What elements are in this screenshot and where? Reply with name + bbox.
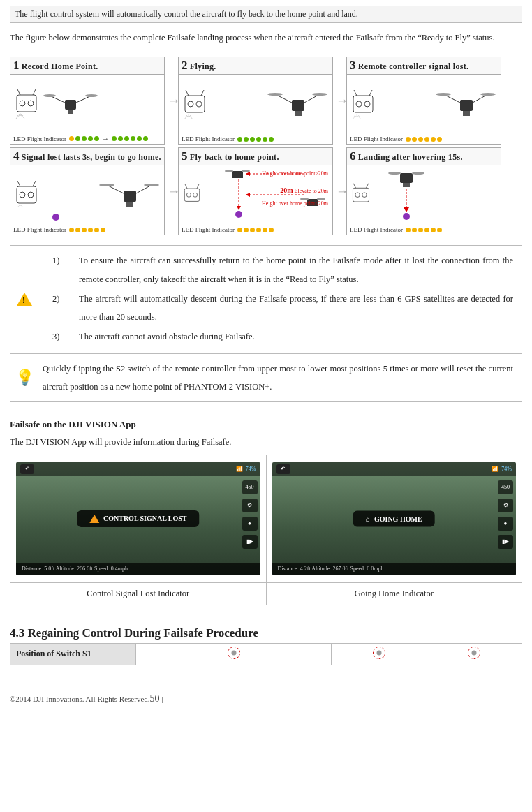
svg-line-2 (33, 89, 36, 95)
svg-point-3 (20, 101, 25, 106)
svg-point-66 (355, 193, 360, 198)
back-icon: ↶ (276, 464, 290, 474)
iso-display: 450 (498, 480, 513, 494)
drone-landing-diagram (382, 169, 438, 222)
svg-line-65 (366, 183, 368, 188)
svg-marker-61 (246, 193, 250, 197)
svg-point-4 (28, 101, 34, 106)
svg-line-13 (201, 90, 204, 96)
step-5: 5Fly back to home point. Height over hom… (178, 147, 333, 235)
svg-point-20 (312, 93, 327, 96)
switch-position-icon (228, 647, 240, 659)
svg-rect-68 (400, 173, 413, 183)
intro-paragraph: The figure below demonstrates the comple… (10, 29, 522, 47)
step-1-title: Record Home Point. (22, 61, 98, 71)
flow-arrow-icon: → (336, 94, 343, 108)
drone-icon (43, 90, 98, 118)
svg-point-36 (20, 192, 25, 198)
svg-point-62 (235, 211, 242, 218)
led-label: LED Flight Indicator (350, 226, 403, 233)
drone-icon (265, 87, 328, 122)
svg-point-70 (412, 172, 424, 175)
status-bar: Distance: 5.0ft Altitude: 266.6ft Speed:… (16, 563, 260, 575)
svg-point-26 (364, 101, 370, 107)
step-2-title: Flying. (190, 61, 216, 71)
step-4-title: Signal lost lasts 3s, begin to go home. (22, 152, 161, 162)
svg-rect-16 (292, 100, 304, 111)
svg-point-37 (28, 192, 34, 198)
iso-display: 450 (242, 480, 258, 494)
svg-point-51 (225, 170, 233, 172)
svg-point-41 (99, 184, 114, 186)
tip-icon: 💡 (10, 354, 38, 402)
svg-marker-59 (237, 206, 241, 210)
svg-rect-21 (295, 111, 302, 116)
svg-rect-27 (460, 100, 473, 111)
svg-point-42 (144, 184, 159, 186)
s1-label: Position of Switch S1 (10, 643, 136, 665)
svg-point-14 (188, 101, 193, 107)
subheading-failsafe-app: Failsafe on the DJI VISION App (10, 419, 522, 430)
failsafe-steps-grid: 1Record Home Point. LED Flight Indicator… (10, 57, 522, 235)
warning-icon (10, 246, 38, 353)
switch-position-icon (373, 647, 385, 659)
remote-icon (15, 88, 38, 120)
record-icon: ● (242, 517, 258, 531)
step-6: 6Landing after hovering 15s. LED Flight … (346, 147, 501, 235)
step-3-title: Remote controller signal lost. (358, 61, 469, 71)
warning-item: To ensure the aircraft can successfully … (43, 251, 513, 288)
caption-signal-lost: Control Signal Lost Indicator (10, 582, 267, 605)
step-3: 3Remote controller signal lost. LED Flig… (346, 57, 501, 145)
svg-line-24 (369, 90, 372, 96)
settings-icon: ⚙ (498, 499, 513, 512)
led-label: LED Flight Indicator (182, 226, 235, 233)
svg-point-69 (388, 172, 401, 175)
warning-item: The aircraft will automatically descent … (43, 290, 513, 327)
svg-line-34 (17, 181, 20, 186)
svg-point-49 (193, 193, 198, 197)
svg-point-19 (267, 93, 283, 96)
svg-point-15 (196, 101, 202, 107)
warning-item: The aircraft cannot avoid obstacle durin… (43, 327, 513, 346)
page-footer: ©2014 DJI Innovations. All Rights Reserv… (10, 693, 522, 704)
svg-rect-71 (403, 183, 410, 187)
flow-arrow-icon: → (168, 94, 175, 108)
step-4: 4Signal lost lasts 3s, begin to go home.… (10, 147, 165, 235)
app-screenshots-table: ↶ 📶74% 450 ⚙ ● ▮▶ CONTROL SIGNAL LOST Di… (10, 455, 522, 605)
remote-icon (15, 179, 38, 212)
svg-rect-50 (232, 171, 243, 178)
svg-line-35 (33, 181, 36, 186)
svg-point-44 (52, 214, 59, 221)
wifi-icon: 📶 (492, 466, 498, 472)
wifi-icon: 📶 (236, 466, 243, 472)
led-label: LED Flight Indicator (182, 135, 235, 142)
led-label: LED Flight Indicator (350, 135, 403, 142)
section-heading-4-3: 4.3 Regaining Control During Failsafe Pr… (10, 626, 522, 640)
svg-point-9 (85, 94, 98, 97)
svg-line-12 (186, 90, 189, 96)
going-home-badge: ⌂ GOING HOME (353, 510, 435, 526)
svg-point-74 (403, 213, 410, 220)
remote-icon (351, 182, 371, 209)
switch-s1-table: Position of Switch S1 (10, 643, 522, 665)
svg-marker-73 (404, 207, 409, 212)
drone-icon (434, 87, 496, 122)
app-screenshot-going-home: ↶ 📶74% 450 ⚙ ● ▮▶ ⌂ GOING HOME Distance:… (272, 462, 517, 575)
svg-line-47 (197, 184, 199, 189)
flow-arrow-icon: → (168, 184, 175, 199)
warning-icon (89, 515, 99, 523)
remote-icon (351, 89, 375, 121)
svg-point-8 (43, 94, 56, 97)
app-intro: The DJI VISION App will provide informat… (10, 434, 522, 450)
settings-icon: ⚙ (242, 499, 258, 512)
home-icon: ⌂ (366, 515, 370, 522)
switch-position-icon (468, 647, 480, 659)
led-label: LED Flight Indicator (13, 226, 66, 233)
svg-line-1 (17, 89, 20, 95)
step5-annotations: Height over home point≥20m 20m Elevate t… (262, 170, 328, 207)
svg-line-23 (354, 90, 357, 96)
svg-point-67 (362, 193, 367, 198)
step-2: 2Flying. LED Flight Indicator (178, 57, 333, 145)
signal-lost-badge: CONTROL SIGNAL LOST (77, 510, 199, 527)
app-screenshot-signal-lost: ↶ 📶74% 450 ⚙ ● ▮▶ CONTROL SIGNAL LOST Di… (16, 462, 260, 575)
